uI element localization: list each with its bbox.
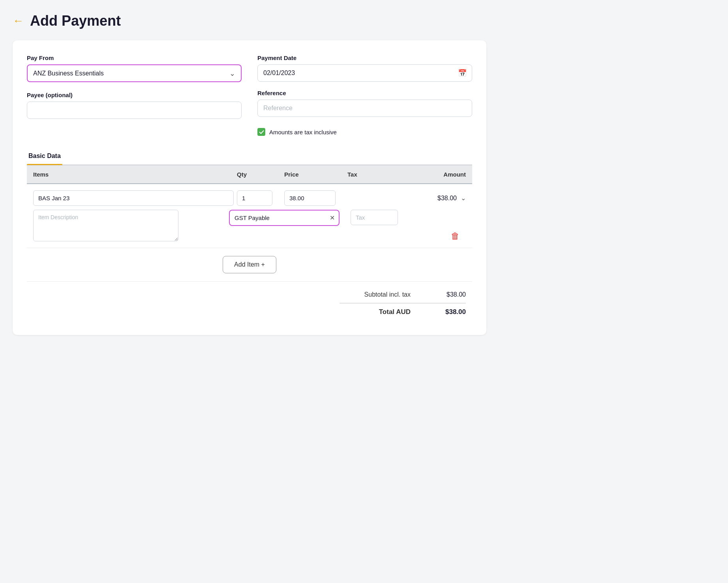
col-qty: Qty <box>237 171 284 178</box>
add-item-row: Add Item + <box>27 248 472 282</box>
qty-input[interactable] <box>237 190 272 206</box>
gst-input-wrapper[interactable]: ✕ <box>229 210 340 226</box>
subtotal-value: $38.00 <box>434 291 466 298</box>
tab-bar: Basic Data <box>27 149 472 165</box>
pay-from-select[interactable]: ANZ Business Essentials <box>28 65 241 81</box>
payment-date-label: Payment Date <box>257 55 472 61</box>
add-item-button[interactable]: Add Item + <box>223 256 276 273</box>
payee-label: Payee (optional) <box>27 92 242 98</box>
page-title: Add Payment <box>30 13 121 29</box>
tax-input[interactable] <box>351 210 398 225</box>
amount-cell: $38.00 ⌄ <box>403 194 466 202</box>
items-table: Items Qty Price Tax Amount $38.00 <box>27 165 472 319</box>
item-description-input[interactable] <box>33 210 178 241</box>
gst-payable-input[interactable] <box>230 211 326 225</box>
col-items: Items <box>33 171 237 178</box>
item-name-input[interactable] <box>33 190 234 206</box>
table-header: Items Qty Price Tax Amount <box>27 165 472 184</box>
pay-from-select-wrapper[interactable]: ANZ Business Essentials ⌄ <box>27 64 242 82</box>
expand-row-icon[interactable]: ⌄ <box>461 194 466 202</box>
col-amount: Amount <box>403 171 466 178</box>
pay-from-label: Pay From <box>27 55 242 61</box>
tab-basic-data[interactable]: Basic Data <box>27 149 62 164</box>
totals-section: Subtotal incl. tax $38.00 Total AUD $38.… <box>27 282 472 319</box>
total-label: Total AUD <box>340 308 411 316</box>
reference-input[interactable] <box>257 100 472 117</box>
reference-label: Reference <box>257 90 472 96</box>
clear-gst-icon[interactable]: ✕ <box>326 214 339 222</box>
totals-divider <box>340 303 466 303</box>
tax-inclusive-label: Amounts are tax inclusive <box>269 129 337 135</box>
col-tax: Tax <box>347 171 403 178</box>
col-price: Price <box>284 171 347 178</box>
subtotal-label: Subtotal incl. tax <box>340 291 411 298</box>
calendar-icon[interactable]: 📅 <box>458 69 467 77</box>
total-value: $38.00 <box>434 308 466 316</box>
table-row: $38.00 ⌄ ✕ 🗑 <box>27 184 472 248</box>
back-button[interactable]: ← <box>13 15 24 26</box>
payment-date-input[interactable] <box>257 64 472 82</box>
payee-input[interactable] <box>27 102 242 119</box>
delete-row-icon[interactable]: 🗑 <box>451 231 460 241</box>
price-input[interactable] <box>284 190 336 206</box>
amount-value: $38.00 <box>437 195 457 202</box>
tax-inclusive-checkbox[interactable] <box>257 128 265 136</box>
